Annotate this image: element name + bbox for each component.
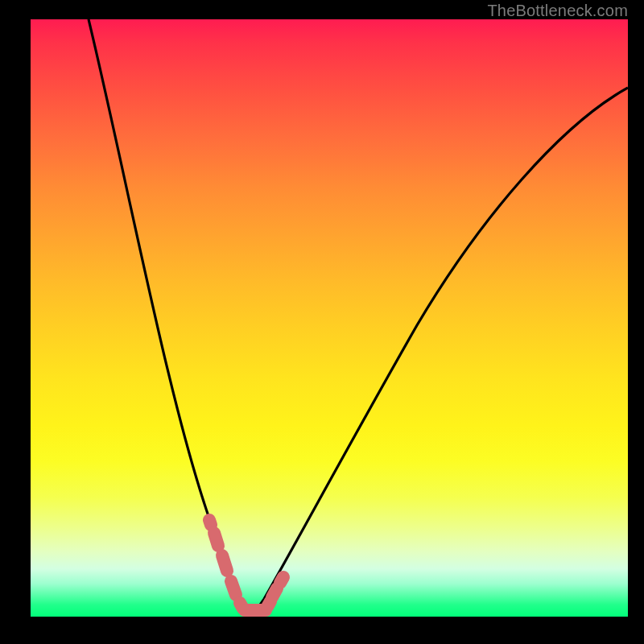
bottleneck-curve-svg: [31, 19, 628, 617]
svg-line-3: [231, 581, 236, 595]
svg-line-8: [280, 577, 283, 583]
svg-line-7: [272, 588, 277, 597]
bottleneck-curve-path: [89, 19, 628, 613]
source-watermark: TheBottleneck.com: [487, 2, 628, 20]
highlight-markers: [209, 520, 283, 610]
chart-frame: TheBottleneck.com: [0, 0, 644, 644]
svg-line-0: [209, 520, 211, 525]
svg-line-1: [214, 533, 218, 546]
svg-line-2: [222, 555, 227, 571]
plot-area: [31, 19, 628, 617]
